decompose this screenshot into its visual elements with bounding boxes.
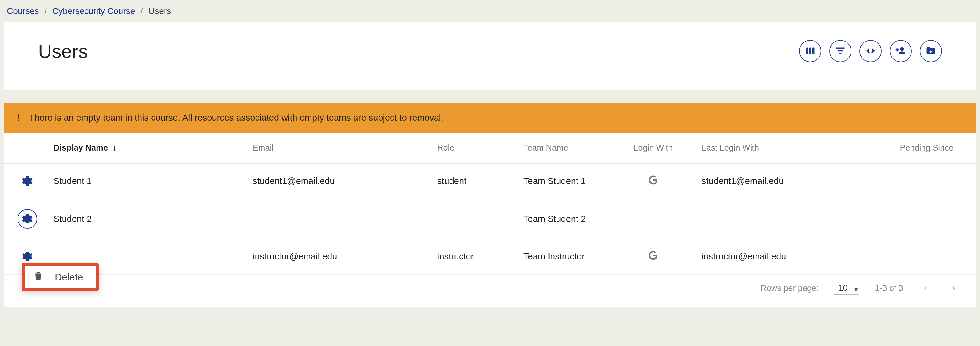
- table-footer: Rows per page: 10 ▾ 1-3 of 3: [4, 274, 976, 307]
- cell-email: instructor@email.edu: [253, 252, 337, 261]
- sort-arrow-down-icon: ↓: [110, 143, 117, 152]
- google-icon: [648, 175, 659, 186]
- page-title: Users: [38, 40, 88, 62]
- row-action-menu[interactable]: Delete: [22, 263, 99, 291]
- col-header-role[interactable]: Role: [432, 133, 518, 163]
- cell-last-login: instructor@email.edu: [702, 252, 786, 261]
- col-header-team[interactable]: Team Name: [518, 133, 610, 163]
- filter-icon: [835, 46, 846, 57]
- prev-page-button[interactable]: [918, 281, 932, 295]
- breadcrumb-sep: /: [140, 6, 143, 16]
- columns-icon: [805, 46, 816, 57]
- google-icon: [648, 250, 659, 261]
- rows-per-page-label: Rows per page:: [760, 284, 819, 293]
- svg-point-3: [900, 47, 904, 51]
- col-header-display-name[interactable]: Display Name ↓: [51, 133, 247, 163]
- col-header-email[interactable]: Email: [247, 133, 432, 163]
- table-row: Student 1student1@email.edustudentTeam S…: [4, 163, 976, 199]
- row-gear-button[interactable]: [20, 174, 35, 188]
- col-header-login-with[interactable]: Login With: [610, 133, 696, 163]
- row-gear-button[interactable]: [18, 209, 37, 229]
- col-header-label: Display Name: [54, 143, 108, 152]
- next-page-button[interactable]: [947, 281, 961, 295]
- svg-rect-2: [812, 48, 814, 54]
- svg-rect-1: [809, 48, 811, 54]
- breadcrumb-courses[interactable]: Courses: [7, 6, 39, 16]
- col-header-actions: [4, 133, 51, 163]
- col-header-pending[interactable]: Pending Since: [878, 133, 976, 163]
- breadcrumb: Courses / Cybersecurity Course / Users: [4, 0, 976, 22]
- users-table: Display Name ↓ Email Role Team Name Logi…: [4, 133, 976, 307]
- cell-team: Team Instructor: [523, 252, 585, 261]
- cell-team: Team Student 1: [523, 176, 586, 186]
- filter-button[interactable]: [829, 40, 851, 62]
- warning-icon: !: [17, 112, 20, 123]
- cell-display-name: Student 2: [54, 214, 92, 224]
- table-row: Student 2Team Student 2: [4, 199, 976, 239]
- columns-button[interactable]: [799, 40, 821, 62]
- svg-rect-0: [806, 48, 808, 54]
- svg-rect-5: [929, 51, 932, 52]
- row-menu-label: Delete: [55, 271, 83, 283]
- warning-banner: ! There is an empty team in this course.…: [4, 103, 976, 133]
- trash-icon: [33, 270, 44, 284]
- cell-display-name: Student 1: [54, 176, 92, 186]
- add-user-button[interactable]: [889, 40, 912, 62]
- rows-per-page-select[interactable]: 10: [834, 281, 859, 295]
- cell-last-login: student1@email.edu: [702, 176, 784, 186]
- cell-role: instructor: [437, 252, 474, 261]
- cell-team: Team Student 2: [523, 214, 586, 224]
- table-row: instructor@email.eduinstructorTeam Instr…: [4, 239, 976, 274]
- cell-role: student: [437, 176, 466, 186]
- breadcrumb-sep: /: [44, 6, 47, 16]
- pagination-range: 1-3 of 3: [875, 284, 903, 293]
- code-button[interactable]: [859, 40, 881, 62]
- col-header-last-login[interactable]: Last Login With: [696, 133, 878, 163]
- cell-email: student1@email.edu: [253, 176, 334, 186]
- header-action-row: [799, 40, 942, 62]
- add-folder-button[interactable]: [920, 40, 942, 62]
- add-folder-icon: [926, 46, 936, 57]
- code-icon: [865, 46, 876, 57]
- rows-per-page-select-wrap: 10 ▾: [834, 281, 859, 295]
- row-gear-button[interactable]: [20, 249, 35, 264]
- warning-text: There is an empty team in this course. A…: [29, 113, 444, 123]
- breadcrumb-course-name[interactable]: Cybersecurity Course: [52, 6, 135, 16]
- add-user-icon: [896, 46, 906, 57]
- breadcrumb-current: Users: [148, 6, 171, 16]
- page-header: Users: [4, 22, 976, 90]
